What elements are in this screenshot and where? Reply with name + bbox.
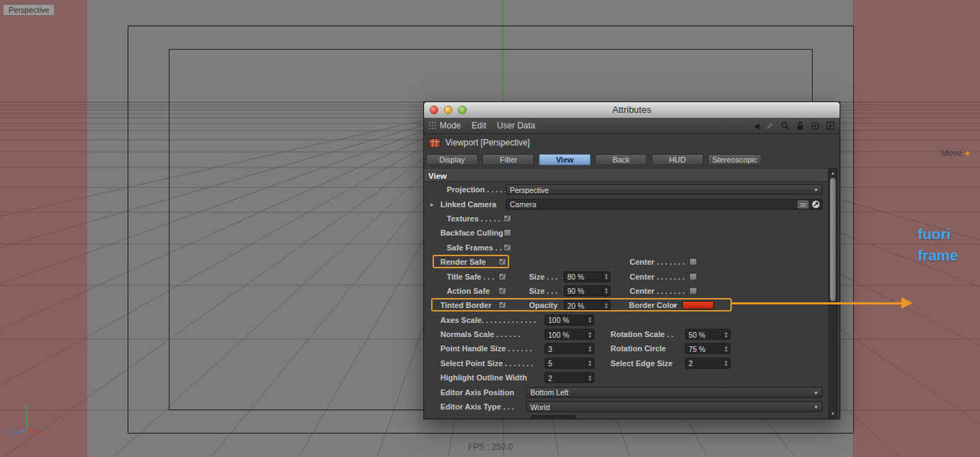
- rotation-scale-stepper[interactable]: 50 % ▲▼: [685, 329, 730, 340]
- history-back-icon[interactable]: ◀: [754, 120, 759, 131]
- row-projection: Projection . . . . . . Perspective ▼: [424, 182, 829, 197]
- editor-axis-position-dropdown[interactable]: Bottom Left ▼: [526, 387, 823, 397]
- normals-scale-label: Normals Scale . . . . . .: [440, 330, 520, 338]
- fps-counter: FPS : 250.0: [468, 442, 513, 452]
- camera-field-tools: 3D: [798, 199, 820, 209]
- spinner-icon[interactable]: ▲▼: [586, 358, 594, 368]
- tab-stereoscopic[interactable]: Stereoscopic: [708, 154, 762, 165]
- spinner-icon[interactable]: ▲▼: [586, 344, 594, 353]
- spinner-icon[interactable]: ▲▼: [602, 301, 610, 310]
- clipped-stepper[interactable]: ▲▼: [530, 416, 576, 419]
- action-safe-label: Action Safe: [447, 287, 490, 295]
- title-safe-center-label: Center . . . . . . .: [630, 272, 685, 281]
- spinner-icon[interactable]: ▲▼: [722, 358, 730, 368]
- render-safe-checkbox[interactable]: ✓: [499, 258, 506, 266]
- tab-filter[interactable]: Filter: [482, 154, 534, 165]
- menu-items: Mode Edit User Data: [440, 121, 535, 131]
- highlight-outline-width-stepper[interactable]: 2 ▲▼: [545, 373, 594, 383]
- tab-back[interactable]: Back: [595, 154, 647, 165]
- rotation-circle-stepper[interactable]: 75 % ▲▼: [685, 343, 730, 354]
- add-panel-icon[interactable]: [826, 121, 835, 130]
- render-safe-center-checkbox[interactable]: [689, 258, 697, 266]
- spinner-icon[interactable]: ▲▼: [586, 373, 594, 382]
- linked-camera-value: Camera: [510, 200, 798, 209]
- lock-icon[interactable]: [796, 121, 804, 131]
- select-edge-size-label: Select Edge Size: [611, 359, 672, 368]
- opacity-stepper[interactable]: 20 % ▲▼: [564, 300, 611, 311]
- opacity-label: Opacity: [529, 301, 557, 309]
- menu-user-data[interactable]: User Data: [497, 121, 535, 131]
- scrollbar-thumb[interactable]: [830, 177, 836, 302]
- camera-3d-link-icon[interactable]: 3D: [798, 200, 808, 208]
- viewport-name-label: Perspective: [3, 4, 55, 16]
- tinted-border-checkbox[interactable]: ✓: [499, 302, 506, 309]
- spinner-icon[interactable]: ▲▼: [602, 286, 610, 295]
- linked-camera-field[interactable]: Camera 3D: [506, 199, 823, 209]
- row-safe-frames: Safe Frames . . . ✓: [424, 241, 829, 255]
- expander-icon[interactable]: ▸: [430, 201, 434, 208]
- title-safe-size-stepper[interactable]: 80 % ▲▼: [564, 271, 611, 282]
- window-titlebar[interactable]: Attributes: [424, 102, 840, 119]
- spinner-icon[interactable]: ▲▼: [722, 330, 730, 339]
- window-title: Attributes: [424, 104, 840, 115]
- spinner-icon[interactable]: ▲▼: [586, 330, 594, 339]
- editor-axis-type-dropdown[interactable]: World ▼: [526, 402, 823, 412]
- menubar-icons: ◀: [754, 120, 835, 131]
- title-safe-checkbox[interactable]: ✓: [499, 272, 506, 280]
- row-editor-axis-position: Editor Axis Position Bottom Left ▼: [424, 385, 829, 399]
- dropper-icon[interactable]: [766, 121, 774, 130]
- spinner-icon[interactable]: ▲▼: [722, 344, 730, 353]
- scroll-up-icon[interactable]: ▲: [829, 169, 837, 177]
- search-icon[interactable]: [781, 121, 790, 131]
- panel-grip-icon[interactable]: [428, 121, 436, 130]
- object-title: Viewport [Perspective]: [445, 138, 530, 148]
- backface-culling-label: Backface Culling: [440, 228, 503, 237]
- border-color-swatch[interactable]: [682, 301, 714, 309]
- spinner-icon[interactable]: ▲▼: [586, 315, 594, 324]
- normals-scale-stepper[interactable]: 100 % ▲▼: [545, 329, 594, 340]
- panel-scrollbar[interactable]: ▲ ▼: [828, 168, 837, 418]
- annotation-arrow-head-icon: [901, 297, 913, 309]
- section-header[interactable]: View: [424, 170, 828, 182]
- color-expander-icon[interactable]: ▸: [674, 302, 677, 309]
- safe-frames-checkbox[interactable]: ✓: [503, 243, 511, 251]
- spinner-icon[interactable]: ▲▼: [602, 272, 610, 281]
- select-edge-size-stepper[interactable]: 2 ▲▼: [685, 358, 730, 368]
- projection-value: Perspective: [510, 185, 811, 194]
- tab-hud[interactable]: HUD: [652, 154, 703, 165]
- highlight-outline-width-value: 2: [545, 373, 586, 382]
- axes-scale-stepper[interactable]: 100 % ▲▼: [545, 314, 594, 325]
- title-safe-center-checkbox[interactable]: [689, 272, 697, 280]
- border-color-label: Border Color: [629, 301, 677, 309]
- axis-z-label: Z: [9, 429, 13, 437]
- spinner-icon[interactable]: ▲▼: [567, 417, 575, 419]
- textures-checkbox[interactable]: ✓: [503, 214, 511, 222]
- tab-view[interactable]: View: [539, 154, 591, 165]
- normals-scale-value: 100 %: [545, 330, 586, 338]
- textures-label: Textures . . . . . . .: [447, 214, 509, 223]
- focus-target-icon[interactable]: [811, 121, 820, 131]
- scroll-down-icon[interactable]: ▼: [829, 409, 837, 417]
- action-safe-checkbox[interactable]: ✓: [499, 287, 506, 294]
- axis-x-label: X: [41, 431, 46, 439]
- rotation-circle-label: Rotation Circle: [611, 344, 666, 353]
- tab-display[interactable]: Display: [426, 154, 478, 165]
- action-safe-center-checkbox[interactable]: [689, 287, 697, 294]
- rotation-circle-value: 75 %: [686, 344, 722, 353]
- select-point-size-stepper[interactable]: 5 ▲▼: [545, 358, 594, 368]
- axis-gizmo: Y X Z: [7, 403, 50, 439]
- point-handle-size-stepper[interactable]: 3 ▲▼: [545, 343, 594, 354]
- menu-edit[interactable]: Edit: [472, 121, 486, 131]
- object-picker-icon[interactable]: [811, 199, 820, 209]
- rotation-scale-label: Rotation Scale . .: [611, 330, 674, 338]
- editor-axis-position-label: Editor Axis Position: [440, 388, 514, 397]
- action-safe-size-label: Size . . .: [529, 287, 557, 295]
- row-point-handle-size: Point Handle Size . . . . . . 3 ▲▼ Rotat…: [424, 341, 829, 356]
- menu-mode[interactable]: Mode: [440, 121, 461, 131]
- projection-dropdown[interactable]: Perspective ▼: [506, 185, 823, 195]
- backface-culling-checkbox[interactable]: [503, 229, 511, 237]
- action-safe-size-stepper[interactable]: 90 % ▲▼: [564, 285, 611, 296]
- action-safe-center-label: Center . . . . . . .: [630, 287, 685, 295]
- object-header: Viewport [Perspective]: [424, 133, 840, 152]
- chevron-down-icon: ▼: [814, 404, 818, 409]
